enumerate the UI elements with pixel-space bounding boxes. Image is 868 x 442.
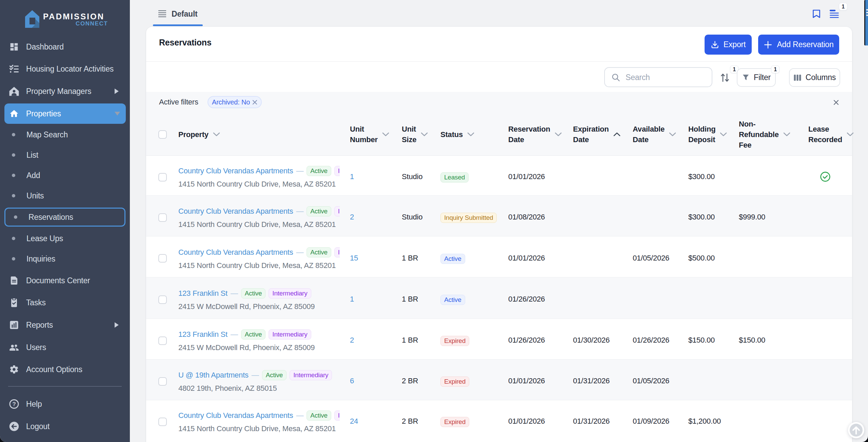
svg-text:?: ? — [12, 401, 16, 407]
